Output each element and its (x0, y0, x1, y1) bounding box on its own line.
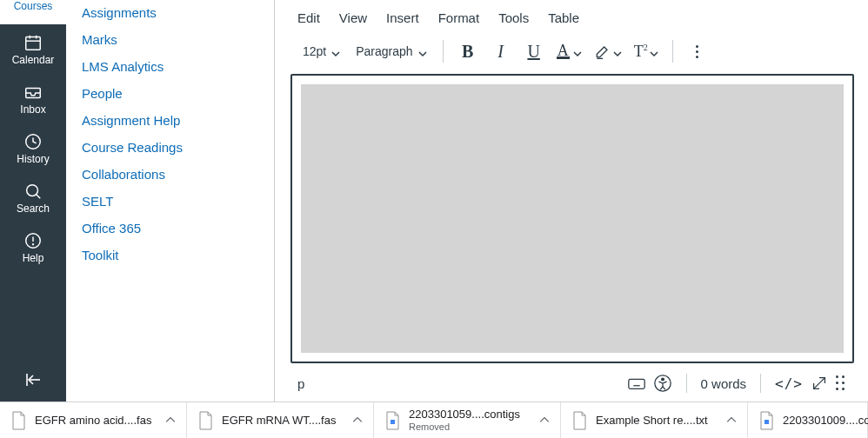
nav-people[interactable]: People (82, 86, 258, 101)
underline-button[interactable]: U (520, 37, 548, 65)
download-menu-button[interactable] (165, 414, 176, 428)
download-status: Removed (409, 421, 520, 433)
download-item[interactable]: EGFR amino acid....fas (0, 402, 187, 438)
underline-icon: U (527, 42, 539, 62)
editor-canvas[interactable] (301, 84, 844, 353)
highlight-button[interactable] (591, 37, 625, 65)
download-menu-button[interactable] (539, 414, 550, 428)
file-icon (571, 411, 587, 430)
block-format-select[interactable]: Paragraph (351, 44, 431, 58)
download-item[interactable]: 2203301059....contigs Removed (374, 402, 561, 438)
statusbar-separator (760, 374, 761, 393)
menu-view[interactable]: View (339, 10, 367, 25)
download-name: Example Short re....txt (596, 415, 708, 427)
fullscreen-button[interactable] (810, 374, 829, 393)
chevron-down-icon (331, 47, 340, 56)
html-editor-button[interactable]: </> (775, 375, 803, 392)
editor-menubar: Edit View Insert Format Tools Table (289, 3, 854, 34)
help-icon (23, 231, 43, 250)
inbox-icon (23, 83, 43, 102)
statusbar-separator (686, 374, 687, 393)
history-icon (23, 132, 43, 151)
italic-icon: I (497, 42, 504, 62)
nav-collaborations[interactable]: Collaborations (82, 167, 258, 182)
menu-insert[interactable]: Insert (386, 10, 419, 25)
highlighter-icon (594, 43, 611, 60)
rail-calendar-label: Calendar (12, 54, 55, 66)
svg-point-9 (27, 184, 38, 196)
svg-rect-26 (391, 420, 395, 424)
expand-icon (810, 374, 829, 393)
editor-statusbar: p 0 words </> (289, 368, 854, 402)
keyboard-shortcuts-button[interactable] (627, 374, 646, 393)
file-icon (197, 411, 213, 430)
download-item[interactable]: 2203301009....co (748, 402, 868, 438)
italic-button[interactable]: I (487, 37, 515, 65)
element-path[interactable]: p (297, 376, 620, 391)
rail-search-label: Search (17, 202, 50, 215)
nav-selt[interactable]: SELT (82, 194, 258, 209)
download-menu-button[interactable] (352, 414, 363, 428)
kebab-icon (687, 45, 708, 58)
resize-handle[interactable] (836, 375, 845, 391)
rail-calendar[interactable]: Calendar (0, 24, 66, 74)
accessibility-checker-button[interactable] (653, 374, 672, 393)
download-name: EGFR mRNA WT....fas (222, 415, 336, 427)
file-icon (384, 411, 400, 430)
chevron-down-icon (613, 47, 622, 56)
chevron-down-icon (418, 47, 427, 56)
download-name: 2203301009....co (783, 415, 868, 427)
rail-courses-label: Courses (14, 0, 53, 12)
rail-help[interactable]: Help (0, 222, 66, 272)
superscript-icon: T2 (634, 43, 648, 61)
nav-lms-analytics[interactable]: LMS Analytics (82, 59, 258, 74)
menu-table[interactable]: Table (548, 10, 579, 25)
superscript-button[interactable]: T2 (631, 37, 662, 65)
menu-format[interactable]: Format (438, 10, 480, 25)
accessibility-icon (653, 374, 672, 393)
nav-toolkit[interactable]: Toolkit (82, 248, 258, 262)
editor-frame (290, 74, 854, 363)
rail-inbox[interactable]: Inbox (0, 74, 66, 123)
download-menu-button[interactable] (726, 414, 737, 428)
global-nav-rail: Courses Calendar Inbox History Search He… (0, 0, 66, 402)
svg-point-24 (661, 378, 664, 381)
bold-icon: B (462, 42, 473, 62)
file-icon (758, 411, 774, 430)
downloads-bar: EGFR amino acid....fas EGFR mRNA WT....f… (0, 402, 868, 438)
rail-courses[interactable]: Courses (0, 0, 66, 24)
text-color-button[interactable]: A (553, 37, 585, 65)
toolbar-separator (672, 40, 673, 63)
svg-line-10 (37, 194, 41, 198)
nav-assignments[interactable]: Assignments (82, 5, 258, 20)
word-count[interactable]: 0 words (701, 376, 747, 391)
download-item[interactable]: Example Short re....txt (561, 402, 748, 438)
svg-rect-0 (26, 36, 41, 50)
more-options-button[interactable] (684, 37, 711, 65)
rail-inbox-label: Inbox (20, 103, 45, 116)
nav-office365[interactable]: Office 365 (82, 221, 258, 236)
rail-collapse-button[interactable] (0, 358, 66, 402)
menu-tools[interactable]: Tools (498, 10, 529, 25)
download-item[interactable]: EGFR mRNA WT....fas (187, 402, 374, 438)
nav-course-readings[interactable]: Course Readings (82, 140, 258, 155)
course-nav: Assignments Marks LMS Analytics People A… (66, 0, 275, 402)
menu-edit[interactable]: Edit (297, 10, 320, 25)
font-size-value: 12pt (303, 44, 326, 58)
collapse-icon (23, 369, 43, 390)
keyboard-icon (627, 374, 646, 393)
bold-button[interactable]: B (454, 37, 482, 65)
font-size-select[interactable]: 12pt (297, 44, 345, 58)
nav-marks[interactable]: Marks (82, 32, 258, 47)
svg-line-25 (814, 378, 825, 389)
nav-assignment-help[interactable]: Assignment Help (82, 113, 258, 128)
toolbar-separator (443, 40, 444, 63)
rail-search[interactable]: Search (0, 173, 66, 222)
rail-history-label: History (17, 153, 49, 165)
download-name: EGFR amino acid....fas (35, 415, 151, 427)
file-icon (10, 411, 26, 430)
rail-history[interactable]: History (0, 123, 66, 173)
editor-toolbar: 12pt Paragraph B I U A T2 (289, 34, 854, 74)
svg-point-13 (33, 243, 34, 244)
search-icon (23, 182, 43, 201)
